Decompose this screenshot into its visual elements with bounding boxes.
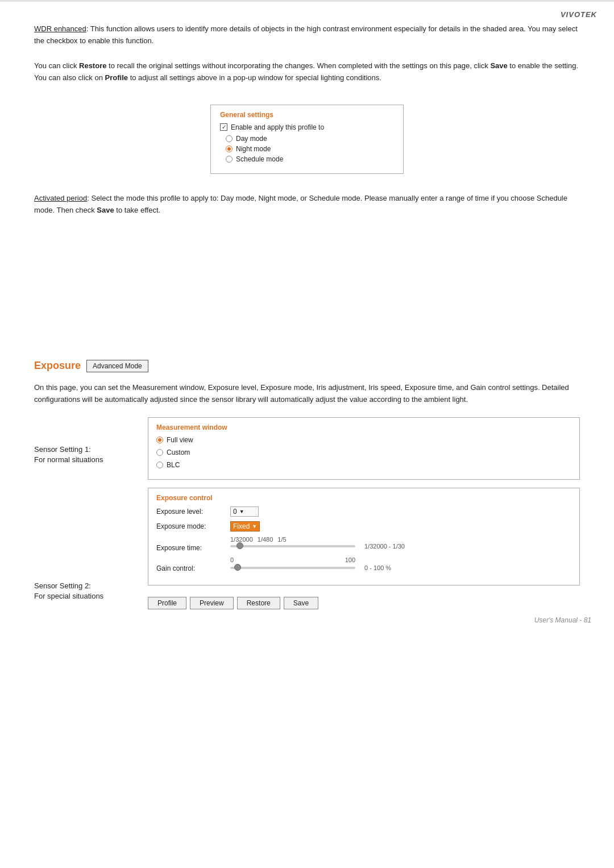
exposure-mode-label: Exposure mode:	[156, 522, 225, 530]
exposure-level-label: Exposure level:	[156, 508, 225, 516]
day-mode-radio[interactable]	[226, 135, 233, 142]
page-footer: User's Manual - 81	[534, 616, 591, 624]
sensor2-label-group: Sensor Setting 2: For special situations	[34, 581, 148, 601]
gain-slider-row: 0 - 100 %	[230, 564, 391, 571]
full-view-label: Full view	[167, 436, 193, 444]
full-view-radio[interactable]	[156, 437, 163, 443]
left-labels-column: Sensor Setting 1: For normal situations	[34, 417, 148, 465]
brand-label: VIVOTEK	[561, 10, 597, 19]
sensor1-subtitle: For normal situations	[34, 455, 148, 465]
night-mode-radio[interactable]	[226, 146, 233, 152]
spacer-large	[34, 229, 580, 343]
general-settings-title: General settings	[220, 111, 394, 119]
activated-period-section: Activated period: Select the mode this p…	[34, 192, 580, 217]
blc-label: BLC	[167, 461, 180, 469]
gain-slider[interactable]	[230, 567, 355, 569]
gain-min-label: 0	[230, 556, 234, 563]
restore-text-2: to recall the original settings without …	[106, 61, 490, 70]
sensor2-spacer: Sensor Setting 2: For special situations	[34, 581, 148, 601]
save-button[interactable]: Save	[284, 597, 318, 609]
exposure-time-row: Exposure time: 1/32000 1/480 1/5 1/32000…	[156, 536, 571, 552]
restore-section: You can click Restore to recall the orig…	[34, 60, 580, 84]
exposure-mode-row: Exposure mode: Fixed ▼	[156, 521, 571, 531]
blc-radio[interactable]	[156, 462, 163, 468]
time-max-label: 1/5	[277, 536, 286, 543]
gain-range-label: 0 - 100 %	[364, 564, 391, 571]
activated-text-end: to take effect.	[114, 206, 160, 214]
restore-text-4: to adjust all settings above in a pop-up…	[128, 73, 381, 82]
restore-text-1: You can click	[34, 61, 79, 70]
custom-radio[interactable]	[156, 449, 163, 456]
restore-bold1: Restore	[79, 61, 106, 70]
restore-button[interactable]: Restore	[237, 597, 280, 609]
day-mode-row[interactable]: Day mode	[220, 135, 394, 143]
exposure-level-row: Exposure level: 0 ▼	[156, 506, 571, 517]
exposure-level-select[interactable]: 0 ▼	[230, 506, 259, 517]
sensor2-subtitle: For special situations	[34, 591, 148, 601]
advanced-mode-button[interactable]: Advanced Mode	[86, 360, 148, 372]
exposure-time-label: Exposure time:	[156, 536, 225, 552]
sensor2-title: Sensor Setting 2:	[34, 581, 148, 591]
gain-control-row: Gain control: 0 100 0 - 100 %	[156, 556, 571, 572]
exposure-title: Exposure	[34, 360, 81, 372]
exposure-control-panel: Exposure control Exposure level: 0 ▼ Exp…	[148, 488, 580, 585]
gain-control-container: 0 100 0 - 100 %	[230, 556, 391, 571]
enable-profile-row[interactable]: ✓ Enable and apply this profile to	[220, 123, 394, 131]
activated-save-bold: Save	[97, 206, 114, 214]
night-mode-row[interactable]: Night mode	[220, 145, 394, 153]
gain-thumb[interactable]	[234, 564, 241, 571]
exposure-time-slider[interactable]	[230, 545, 355, 547]
exposure-mode-select[interactable]: Fixed ▼	[230, 521, 260, 531]
exposure-mode-value: Fixed	[233, 522, 250, 530]
preview-button[interactable]: Preview	[190, 597, 234, 609]
exposure-mode-arrow: ▼	[252, 524, 257, 529]
measurement-window-title: Measurement window	[156, 423, 571, 431]
measurement-options: Full view Custom BLC	[156, 436, 571, 471]
exposure-time-thumb[interactable]	[237, 542, 243, 549]
blc-row[interactable]: BLC	[156, 461, 571, 469]
day-mode-label: Day mode	[236, 135, 267, 143]
wdr-text-rest: : This function allows users to identify…	[34, 24, 578, 45]
activated-period-paragraph: Activated period: Select the mode this p…	[34, 192, 580, 217]
enable-profile-checkbox[interactable]: ✓	[220, 123, 227, 131]
custom-label: Custom	[167, 448, 190, 456]
wdr-paragraph: WDR enhanced: This function allows users…	[34, 23, 580, 47]
custom-row[interactable]: Custom	[156, 448, 571, 456]
wdr-section: WDR enhanced: This function allows users…	[34, 23, 580, 47]
time-mid-label: 1/480	[258, 536, 273, 543]
gain-control-label: Gain control:	[156, 556, 225, 572]
gain-labels: 0 100	[230, 556, 355, 563]
restore-bold2: Save	[490, 61, 507, 70]
restore-bold3: Profile	[105, 73, 128, 82]
restore-paragraph: You can click Restore to recall the orig…	[34, 60, 580, 84]
profile-button[interactable]: Profile	[148, 597, 186, 609]
exposure-level-arrow: ▼	[239, 509, 244, 514]
schedule-mode-row[interactable]: Schedule mode	[220, 155, 394, 163]
exposure-time-labels: 1/32000 1/480 1/5	[230, 536, 405, 543]
gain-max-label: 100	[345, 556, 355, 563]
exposure-description: On this page, you can set the Measuremen…	[34, 381, 580, 406]
exposure-header: Exposure Advanced Mode	[34, 360, 580, 372]
night-mode-label: Night mode	[236, 145, 271, 153]
exposure-time-slider-row: 1/32000 - 1/30	[230, 543, 405, 550]
enable-profile-label: Enable and apply this profile to	[231, 123, 324, 131]
general-settings-box: General settings ✓ Enable and apply this…	[210, 105, 404, 174]
exposure-time-range: 1/32000 - 1/30	[364, 543, 405, 550]
time-min-label: 1/32000	[230, 536, 253, 543]
full-view-row[interactable]: Full view	[156, 436, 571, 444]
activated-period-link[interactable]: Activated period	[34, 194, 87, 202]
schedule-mode-radio[interactable]	[226, 156, 233, 163]
sensor2-area: Profile Preview Restore Save	[148, 591, 580, 609]
wdr-link[interactable]: WDR enhanced	[34, 24, 86, 33]
exposure-control-title: Exposure control	[156, 494, 571, 502]
bottom-buttons: Profile Preview Restore Save	[148, 597, 318, 609]
schedule-mode-label: Schedule mode	[236, 155, 283, 163]
right-panels-column: Measurement window Full view Custom BLC	[148, 417, 580, 609]
measurement-window-panel: Measurement window Full view Custom BLC	[148, 417, 580, 480]
sensor1-title: Sensor Setting 1:	[34, 445, 148, 455]
exposure-level-value: 0	[233, 508, 237, 516]
sensor1-label-group: Sensor Setting 1: For normal situations	[34, 427, 148, 465]
exposure-time-control: 1/32000 1/480 1/5 1/32000 - 1/30	[230, 536, 405, 550]
